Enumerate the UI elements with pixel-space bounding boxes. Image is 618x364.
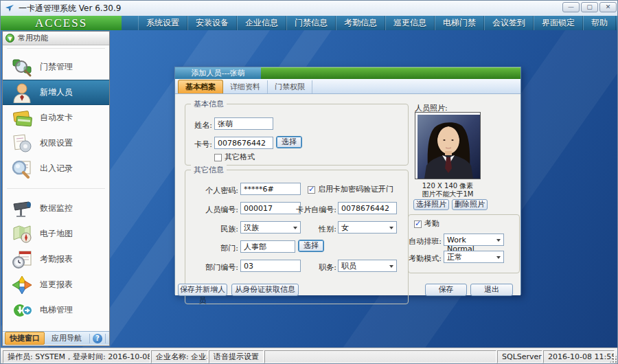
gender-dropdown[interactable]: 女 <box>338 221 397 234</box>
department-number-label: 部门编号: <box>189 262 238 273</box>
ethnicity-label: 民族: <box>189 224 238 234</box>
sidebar-item-label: 电子地图 <box>40 228 73 240</box>
card-self-number-input[interactable]: 0078676442 <box>338 202 397 214</box>
dialog-tabstrip: 基本档案 详细资料 门禁权限 <box>175 79 520 94</box>
tab-access-permission[interactable]: 门禁权限 <box>268 80 312 93</box>
sidebar-item-patrol-report[interactable]: 巡更报表 <box>3 272 109 297</box>
attendance-checkbox-label: 考勤 <box>424 219 439 228</box>
sidebar: ▼ 常用功能 门禁管理 新增人员 <box>2 31 110 346</box>
attendance-mode-label: 考勤模式: <box>404 253 442 264</box>
sidebar-item-permission-settings[interactable]: 权限设置 <box>3 130 109 156</box>
dialog-title: 添加人员---张萌 <box>175 67 261 79</box>
save-and-add-button[interactable]: 保存并新增人员 <box>178 284 227 296</box>
person-photo <box>417 115 480 179</box>
close-button[interactable]: ✕ <box>599 2 617 12</box>
other-format-checkbox[interactable]: 其它格式 <box>214 152 255 162</box>
card-verify-checkbox[interactable]: 启用卡加密码验证开门 <box>308 184 393 194</box>
sidebar-item-data-monitor[interactable]: 数据监控 <box>3 196 109 221</box>
other-info-legend: 其它信息 <box>191 165 227 175</box>
status-empty-panel <box>264 350 496 363</box>
card-self-number-label: 卡片自编号: <box>287 205 336 215</box>
tab-quick-window[interactable]: 快捷窗口 <box>5 332 45 345</box>
sidebar-bottom-tabs: 快捷窗口 应用导航 ? <box>3 331 109 345</box>
menu-company-info[interactable]: 企业信息 <box>237 16 286 30</box>
permission-icon <box>11 133 34 154</box>
person-photo-frame <box>415 112 481 179</box>
add-person-icon <box>11 82 34 103</box>
help-icon[interactable]: ? <box>93 334 102 343</box>
other-format-checkbox-box[interactable] <box>214 154 222 161</box>
menu-lock-ui[interactable]: 界面锁定 <box>534 16 583 30</box>
card-verify-checkbox-box[interactable] <box>308 186 315 194</box>
collapse-arrow-icon[interactable]: ▼ <box>5 34 14 43</box>
access-logo: ACCESS <box>1 16 122 30</box>
maximize-button[interactable]: ▢ <box>581 2 598 12</box>
attendance-checkbox[interactable]: 考勤 <box>414 218 439 229</box>
sidebar-item-access-management[interactable]: 门禁管理 <box>3 54 109 80</box>
status-voice-settings[interactable]: 语音提示设置 <box>209 350 264 363</box>
attendance-checkbox-box[interactable] <box>414 220 422 228</box>
sidebar-item-access-records[interactable]: 出入记录 <box>3 156 109 181</box>
sidebar-item-label: 出入记录 <box>40 163 73 174</box>
title-bar: 一卡通管理系统 Ver 6.30.9 — ▢ ✕ <box>1 1 618 16</box>
sidebar-item-label: 考勤报表 <box>40 253 73 265</box>
dialog-body: 基本信息 姓名: 张萌 卡号: 0078676442 选择 其它格式 其它信息 … <box>175 94 520 295</box>
sidebar-item-label: 电梯管理 <box>40 304 73 316</box>
attendance-mode-dropdown[interactable]: 正常 <box>444 251 504 263</box>
save-button[interactable]: 保存 <box>425 284 467 296</box>
card-number-input[interactable]: 0078676442 <box>214 137 273 149</box>
tab-basic-profile[interactable]: 基本档案 <box>178 80 223 93</box>
menu-install-devices[interactable]: 安装设备 <box>187 16 237 30</box>
map-icon <box>11 224 34 244</box>
menu-attendance-info[interactable]: 考勤信息 <box>336 16 385 30</box>
person-number-label: 人员编号: <box>189 205 238 215</box>
minimize-button[interactable]: — <box>562 2 580 12</box>
sidebar-item-label: 新增人员 <box>40 87 73 98</box>
menu-system-settings[interactable]: 系统设置 <box>138 16 187 30</box>
photo-limit-hint: 图片不能大于1M <box>415 190 481 199</box>
sidebar-item-label: 数据监控 <box>40 203 73 214</box>
sidebar-item-auto-card[interactable]: 自动发卡 <box>3 105 109 130</box>
status-operator: 操作员: SYSTEM，登录时间: 2016-10-08 11:27:12。 <box>3 350 150 363</box>
name-input[interactable]: 张萌 <box>214 117 273 130</box>
auto-schedule-dropdown[interactable]: Work Normal <box>444 234 504 246</box>
select-card-button[interactable]: 选择 <box>276 136 302 148</box>
exit-button[interactable]: 退出 <box>470 284 513 296</box>
tab-app-navigation[interactable]: 应用导航 <box>47 332 87 345</box>
sidebar-header-label: 常用功能 <box>18 33 48 43</box>
status-bar: 操作员: SYSTEM，登录时间: 2016-10-08 11:27:12。 企… <box>1 348 618 364</box>
menu-access-info[interactable]: 门禁信息 <box>286 16 336 30</box>
department-label: 部门: <box>189 243 238 253</box>
status-clock: 2016-10-08 11:55:14 <box>543 350 615 363</box>
menu-help[interactable]: 帮助 <box>583 16 616 30</box>
password-label: 个人密码: <box>189 185 238 196</box>
dialog-header-bar <box>261 67 520 79</box>
select-photo-button[interactable]: 选择照片 <box>413 199 449 210</box>
add-person-dialog: 添加人员---张萌 基本档案 详细资料 门禁权限 基本信息 姓名: 张萌 卡号:… <box>174 67 521 295</box>
read-id-card-button[interactable]: 从身份证获取信息 <box>231 284 299 296</box>
camera-monitor-icon <box>11 198 34 219</box>
position-dropdown[interactable]: 职员 <box>338 260 397 272</box>
elevator-icon <box>11 300 34 321</box>
status-company: 企业名称: 企业名称 <box>151 350 208 363</box>
sidebar-item-electronic-map[interactable]: 电子地图 <box>3 221 109 247</box>
menu-bar: ACCESS 系统设置 安装设备 企业信息 门禁信息 考勤信息 巡更信息 电梯门… <box>1 16 618 30</box>
menu-patrol-info[interactable]: 巡更信息 <box>385 16 435 30</box>
window-title: 一卡通管理系统 Ver 6.30.9 <box>19 3 121 14</box>
department-input[interactable]: 人事部 <box>240 240 295 253</box>
position-label: 职务: <box>287 262 336 273</box>
password-input[interactable]: *****6# <box>240 183 301 195</box>
sidebar-item-elevator-management[interactable]: 电梯管理 <box>3 297 109 323</box>
sidebar-item-attendance-report[interactable]: 考勤报表 <box>3 247 109 272</box>
other-format-label: 其它格式 <box>225 152 255 161</box>
select-department-button[interactable]: 选择 <box>298 240 324 252</box>
attendance-report-icon <box>11 249 34 270</box>
auto-schedule-label: 自动排班: <box>404 236 442 247</box>
menu-meeting-signin[interactable]: 会议签到 <box>484 16 534 30</box>
menu-elevator-access[interactable]: 电梯门禁 <box>435 16 484 30</box>
delete-photo-button[interactable]: 删除照片 <box>452 199 488 210</box>
tab-detail-info[interactable]: 详细资料 <box>223 80 268 93</box>
sidebar-header: ▼ 常用功能 <box>3 32 109 45</box>
app-icon <box>5 4 14 12</box>
sidebar-item-add-person[interactable]: 新增人员 <box>3 80 109 105</box>
